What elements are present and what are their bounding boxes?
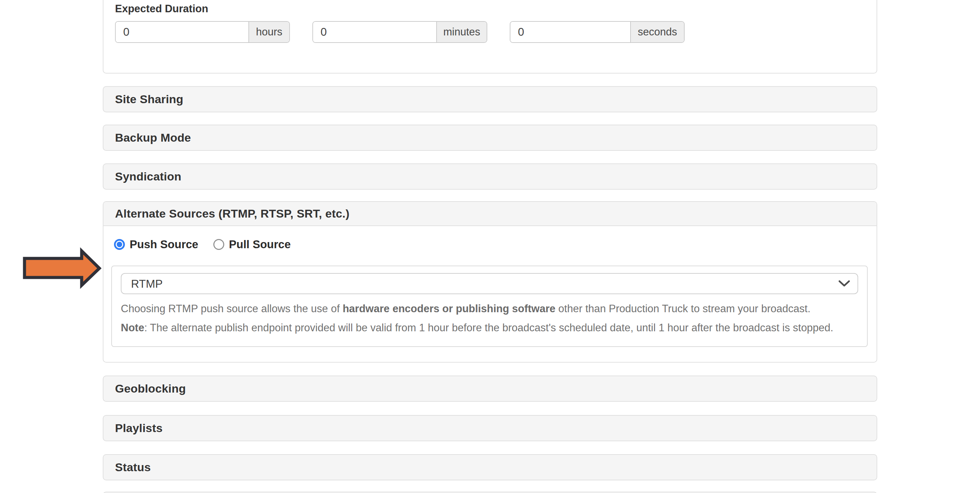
section-panel-geoblocking[interactable]: Geoblocking [103, 375, 877, 402]
section-panel-alternate-sources[interactable]: Alternate Sources (RTMP, RTSP, SRT, etc.… [103, 202, 877, 226]
radio-circle-icon [213, 239, 224, 250]
section-title: Playlists [115, 421, 163, 435]
section-title: Status [115, 461, 151, 474]
orange-right-arrow-annotation [21, 247, 103, 290]
section-title: Site Sharing [115, 93, 183, 106]
hours-unit-addon: hours [248, 22, 289, 42]
section-title: Backup Mode [115, 131, 191, 144]
expected-duration-card: Expected Duration hours minutes seconds [103, 0, 877, 73]
alternate-sources-card: Alternate Sources (RTMP, RTSP, SRT, etc.… [103, 201, 877, 362]
section-panel-backup-mode[interactable]: Backup Mode [103, 124, 877, 151]
push-source-settings-well: RTMP Choosing RTMP push source allows th… [111, 266, 868, 347]
source-protocol-select-wrap: RTMP [121, 273, 858, 294]
seconds-unit-addon: seconds [630, 22, 684, 42]
hours-input[interactable] [116, 22, 248, 42]
broadcast-settings-page: Expected Duration hours minutes seconds … [0, 0, 980, 493]
expected-duration-label: Expected Duration [115, 3, 208, 15]
section-title: Alternate Sources (RTMP, RTSP, SRT, etc.… [115, 207, 350, 220]
endpoint-note-text: Note: The alternate publish endpoint pro… [121, 321, 858, 334]
duration-minutes-group: minutes [312, 21, 487, 43]
pull-source-radio[interactable]: Pull Source [213, 238, 291, 251]
source-type-radio-group: Push Source Pull Source [114, 238, 291, 251]
section-title: Geoblocking [115, 382, 186, 395]
minutes-input[interactable] [313, 22, 436, 42]
section-panel-site-sharing[interactable]: Site Sharing [103, 86, 877, 112]
section-panel-syndication[interactable]: Syndication [103, 163, 877, 190]
section-title: Syndication [115, 170, 181, 183]
radio-circle-icon [114, 239, 125, 250]
duration-hours-group: hours [115, 21, 290, 43]
source-protocol-select[interactable]: RTMP [121, 273, 858, 294]
duration-seconds-group: seconds [510, 21, 685, 43]
minutes-unit-addon: minutes [436, 22, 487, 42]
section-panel-partial[interactable] [103, 491, 877, 493]
seconds-input[interactable] [511, 22, 630, 42]
pull-source-label: Pull Source [229, 238, 291, 251]
push-source-label: Push Source [130, 238, 198, 251]
section-panel-playlists[interactable]: Playlists [103, 415, 877, 441]
section-panel-status[interactable]: Status [103, 454, 877, 480]
push-source-radio[interactable]: Push Source [114, 238, 198, 251]
rtmp-help-text: Choosing RTMP push source allows the use… [121, 302, 858, 315]
